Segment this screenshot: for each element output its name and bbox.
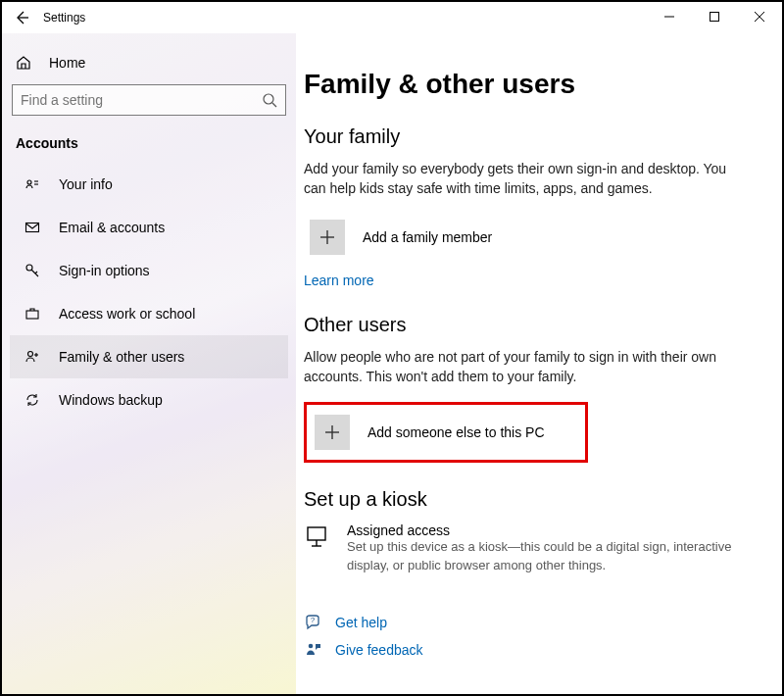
home-nav[interactable]: Home xyxy=(10,51,288,84)
search-box[interactable] xyxy=(12,84,286,116)
sidebar: Home Accounts Your info Email & accounts xyxy=(2,33,296,694)
sidebar-item-your-info[interactable]: Your info xyxy=(10,163,288,206)
svg-rect-11 xyxy=(26,311,38,319)
titlebar: Settings xyxy=(2,2,782,33)
search-input[interactable] xyxy=(21,92,262,108)
section-kiosk: Set up a kiosk xyxy=(304,488,755,511)
feedback-icon xyxy=(304,641,321,659)
sidebar-item-label: Your info xyxy=(59,176,113,192)
svg-rect-1 xyxy=(710,13,719,22)
svg-rect-19 xyxy=(308,527,325,540)
other-users-description: Allow people who are not part of your fa… xyxy=(304,348,735,386)
home-label: Home xyxy=(49,55,85,71)
plus-icon xyxy=(310,220,345,255)
svg-point-6 xyxy=(27,180,31,184)
section-your-family: Your family xyxy=(304,125,755,148)
sidebar-item-family-other-users[interactable]: Family & other users xyxy=(10,335,288,378)
svg-text:?: ? xyxy=(311,616,316,624)
give-feedback-link[interactable]: Give feedback xyxy=(304,641,755,659)
assigned-access-title: Assigned access xyxy=(347,522,755,538)
add-family-member-label: Add a family member xyxy=(363,229,492,245)
svg-point-23 xyxy=(309,643,314,648)
window-title: Settings xyxy=(43,11,85,25)
kiosk-icon xyxy=(304,522,329,550)
add-someone-else-button[interactable]: Add someone else to this PC xyxy=(315,415,577,450)
people-icon xyxy=(24,349,41,365)
sidebar-item-label: Windows backup xyxy=(59,392,163,408)
give-feedback-label: Give feedback xyxy=(335,642,423,658)
get-help-link[interactable]: ? Get help xyxy=(304,614,755,631)
mail-icon xyxy=(24,220,41,235)
learn-more-link[interactable]: Learn more xyxy=(304,273,374,288)
get-help-label: Get help xyxy=(335,615,387,630)
person-card-icon xyxy=(24,176,41,192)
main-panel: Family & other users Your family Add you… xyxy=(296,33,782,694)
page-title: Family & other users xyxy=(304,69,755,100)
assigned-access-desc: Set up this device as a kiosk—this could… xyxy=(347,538,755,573)
sidebar-item-label: Family & other users xyxy=(59,349,184,365)
minimize-button[interactable] xyxy=(647,2,692,31)
key-icon xyxy=(24,263,41,278)
svg-point-12 xyxy=(28,352,33,357)
sync-icon xyxy=(24,392,41,408)
assigned-access-button[interactable]: Assigned access Set up this device as a … xyxy=(304,522,755,573)
add-someone-else-label: Add someone else to this PC xyxy=(368,424,545,440)
sidebar-item-label: Email & accounts xyxy=(59,220,165,235)
briefcase-icon xyxy=(24,306,41,322)
search-icon xyxy=(262,92,277,108)
sidebar-item-label: Sign-in options xyxy=(59,263,150,278)
section-other-users: Other users xyxy=(304,314,755,336)
back-icon[interactable] xyxy=(14,10,29,25)
highlight-box: Add someone else to this PC xyxy=(304,402,588,463)
svg-line-5 xyxy=(272,103,276,107)
plus-icon xyxy=(315,415,350,450)
svg-point-4 xyxy=(264,94,273,104)
sidebar-item-signin-options[interactable]: Sign-in options xyxy=(10,249,288,292)
close-button[interactable] xyxy=(737,2,782,31)
sidebar-item-label: Access work or school xyxy=(59,306,195,322)
sidebar-item-email-accounts[interactable]: Email & accounts xyxy=(10,206,288,249)
help-icon: ? xyxy=(304,614,321,631)
category-label: Accounts xyxy=(10,131,288,163)
sidebar-item-windows-backup[interactable]: Windows backup xyxy=(10,378,288,422)
family-description: Add your family so everybody gets their … xyxy=(304,160,735,198)
add-family-member-button[interactable]: Add a family member xyxy=(304,214,735,261)
sidebar-item-access-work-school[interactable]: Access work or school xyxy=(10,292,288,335)
home-icon xyxy=(16,55,31,71)
maximize-button[interactable] xyxy=(692,2,737,31)
